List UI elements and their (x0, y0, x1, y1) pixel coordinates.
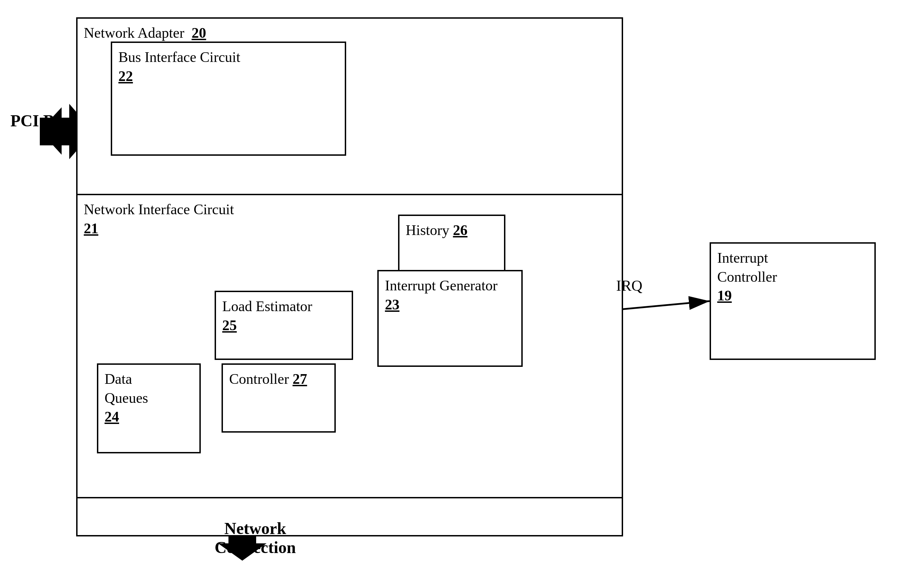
history-label: History 26 (399, 216, 504, 242)
data-queues-box: DataQueues 24 (97, 363, 201, 453)
load-estimator-box: Load Estimator 25 (215, 291, 353, 360)
irq-label: IRQ (616, 277, 643, 294)
interrupt-generator-box: Interrupt Generator 23 (377, 270, 523, 367)
network-adapter-label: Network Adapter 20 (77, 19, 622, 45)
diagram-container: PCI B us Network Adapter 20 Bus Interfac… (0, 0, 909, 588)
bus-interface-label: Bus Interface Circuit 22 (112, 43, 345, 87)
nic-label: Network Interface Circuit 21 (77, 195, 622, 240)
controller-box: Controller 27 (221, 363, 336, 433)
history-box: History 26 (398, 215, 505, 273)
bus-interface-box: Bus Interface Circuit 22 (111, 42, 346, 156)
interrupt-controller-label: InterruptController 19 (711, 244, 874, 307)
network-connection-label: NetworkConnection (215, 519, 296, 557)
interrupt-controller-box: InterruptController 19 (710, 242, 876, 360)
pci-bus-label: PCI B us (10, 111, 74, 131)
load-estimator-label: Load Estimator 25 (216, 292, 352, 337)
controller-label: Controller 27 (223, 365, 334, 391)
interrupt-generator-label: Interrupt Generator 23 (379, 271, 521, 316)
data-queues-label: DataQueues 24 (98, 365, 199, 428)
